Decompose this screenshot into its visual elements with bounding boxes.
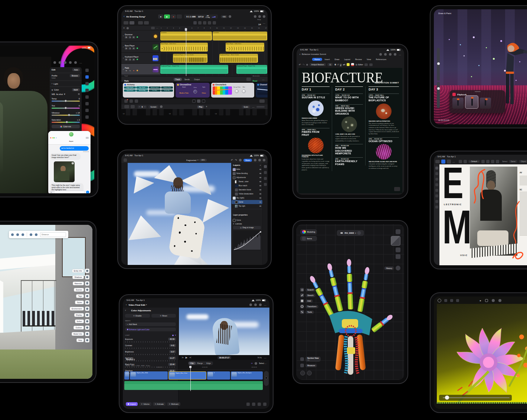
title-chevron-icon[interactable]: ▾ <box>146 304 147 306</box>
piano-key-black[interactable] <box>265 109 268 115</box>
piano-key-black[interactable] <box>199 109 203 115</box>
layers-panel-icon[interactable] <box>264 165 267 168</box>
record-enable-button[interactable]: R <box>132 69 135 72</box>
detach-icon[interactable] <box>252 403 255 406</box>
cpu-badge[interactable]: 436 <box>221 15 228 18</box>
measure-button[interactable]: Measure <box>300 364 321 367</box>
plugin-channeleq[interactable]: Channel EQ <box>256 83 268 98</box>
masking-icon[interactable] <box>85 82 89 85</box>
presets-icon[interactable] <box>85 95 89 99</box>
keyboard-layout-icon[interactable] <box>124 105 129 108</box>
search-icon[interactable] <box>389 53 392 56</box>
entity-info-button[interactable]: Entity Info <box>72 269 84 273</box>
song-title[interactable]: An Evening Song <box>126 16 145 18</box>
share-icon[interactable] <box>396 229 400 234</box>
pen-tool-icon[interactable] <box>435 189 438 192</box>
keyboard-more-icon[interactable]: … <box>252 105 255 108</box>
add-attachment-button[interactable]: + <box>50 191 53 193</box>
shadows-icon[interactable] <box>85 275 89 279</box>
menu-icon[interactable] <box>447 160 451 164</box>
piano-key-black[interactable] <box>219 109 223 115</box>
visibility-icon[interactable] <box>259 189 261 190</box>
import-icon[interactable] <box>254 303 257 306</box>
facetime-icon[interactable] <box>86 137 89 139</box>
pointer-icon[interactable] <box>459 160 462 163</box>
help-icon[interactable] <box>258 159 261 161</box>
versions-icon[interactable] <box>85 115 89 119</box>
brush-opacity-slider[interactable] <box>437 82 440 108</box>
light-magic-icon[interactable] <box>172 335 174 336</box>
timeline-playhead[interactable] <box>190 367 191 391</box>
region-bass-2[interactable]: Bass Player - India Disco <box>226 43 264 52</box>
word-document[interactable]: BIOFACTURE INNOVATION SUMMIT DAY 1 2PM —… <box>298 68 402 193</box>
tint-slider[interactable] <box>52 108 80 109</box>
velocity-slider[interactable] <box>256 106 265 108</box>
help-icon[interactable] <box>258 15 261 18</box>
cycle-button[interactable] <box>177 14 182 19</box>
piano-key-black[interactable] <box>146 109 150 115</box>
drag-handle[interactable] <box>475 91 481 92</box>
timeline-clip[interactable]: Skyline_Blue_Backgrou <box>231 371 263 380</box>
zoom-level[interactable]: 36% <box>199 159 206 161</box>
bold-button[interactable]: B <box>334 63 336 66</box>
piano-key-black[interactable] <box>239 109 243 115</box>
back-icon[interactable]: ‹ <box>124 15 125 18</box>
pointer-tool-icon[interactable] <box>203 21 206 24</box>
alchemy-power-icon[interactable] <box>124 84 126 86</box>
piano-keyboard[interactable]: C2 C3 C4 <box>121 109 268 121</box>
inspect-button[interactable]: Inspect <box>126 402 138 406</box>
lock-icon[interactable] <box>160 105 163 108</box>
disable-button[interactable]: Disable <box>125 314 150 318</box>
pencil-mode-icon[interactable] <box>192 99 196 103</box>
auto-button[interactable]: Auto <box>72 68 80 71</box>
flipbook-panel[interactable]: Flipbook <box>449 90 505 113</box>
contact-chip[interactable]: Joyce <box>69 132 73 143</box>
play-mode-button[interactable]: Play <box>197 105 204 108</box>
saturation-slider[interactable] <box>52 122 80 123</box>
edit-icon[interactable] <box>85 75 89 79</box>
styles-icon[interactable] <box>85 300 89 305</box>
scenes-icon[interactable] <box>85 288 89 292</box>
back-icon[interactable]: ‹ <box>299 53 300 56</box>
render-play-icon[interactable]: ▶ <box>480 300 481 302</box>
document-pill[interactable]: RH_0003 ▾ <box>337 230 364 236</box>
outliner-icon[interactable] <box>85 325 89 330</box>
entity-info-icon[interactable] <box>85 269 89 273</box>
message-photo-attachment[interactable]: × <box>54 161 75 182</box>
tool-sketch[interactable]: Sketch <box>300 293 318 297</box>
settings-icon[interactable] <box>30 233 32 236</box>
remove-attachment-icon[interactable]: × <box>72 162 74 164</box>
color-mix-button[interactable]: Color mix <box>52 125 80 128</box>
frame-thumbnail[interactable] <box>480 98 491 109</box>
piano-key-black[interactable] <box>153 109 157 115</box>
piano-key-black[interactable] <box>132 109 137 115</box>
light-chevron-icon[interactable]: ▾ <box>175 334 176 336</box>
piano-key-black[interactable] <box>159 109 164 115</box>
timeline-name[interactable]: Timeline 1 <box>126 358 150 361</box>
multicam-button[interactable]: Multicam <box>167 402 180 406</box>
redo-icon[interactable]: ↷ <box>302 63 305 66</box>
browse-button[interactable]: Browse <box>70 74 80 77</box>
cloud-icon[interactable] <box>239 159 242 161</box>
preset-cell[interactable]: Bright Synth <box>124 86 136 89</box>
crop-icon[interactable] <box>85 102 89 105</box>
render-settings-icon[interactable] <box>498 299 501 302</box>
home-icon[interactable] <box>124 158 127 162</box>
editor-button[interactable]: Editor <box>356 63 363 66</box>
keys-instrument-icon[interactable] <box>153 55 158 61</box>
brush-tool-icon[interactable] <box>435 194 438 197</box>
channeleq-power-icon[interactable] <box>257 84 259 86</box>
fc-viewer[interactable] <box>179 308 269 355</box>
poster-letter-m[interactable]: M <box>442 208 471 246</box>
ps-canvas[interactable] <box>128 163 231 265</box>
highlight-button[interactable] <box>347 63 350 66</box>
clipboard-icon[interactable] <box>135 99 138 103</box>
slider-brightness[interactable]: Brightness9.07 <box>123 350 178 356</box>
track-header-more-icon[interactable]: … <box>156 27 158 29</box>
render-viewport[interactable] <box>437 304 527 404</box>
share-icon[interactable] <box>456 299 459 302</box>
text-effects-button[interactable]: aA <box>343 63 345 66</box>
tab-references[interactable]: References <box>374 58 389 61</box>
show-keyboard-icon[interactable] <box>259 99 265 103</box>
layer-row[interactable]: Noise blending <box>232 171 262 175</box>
